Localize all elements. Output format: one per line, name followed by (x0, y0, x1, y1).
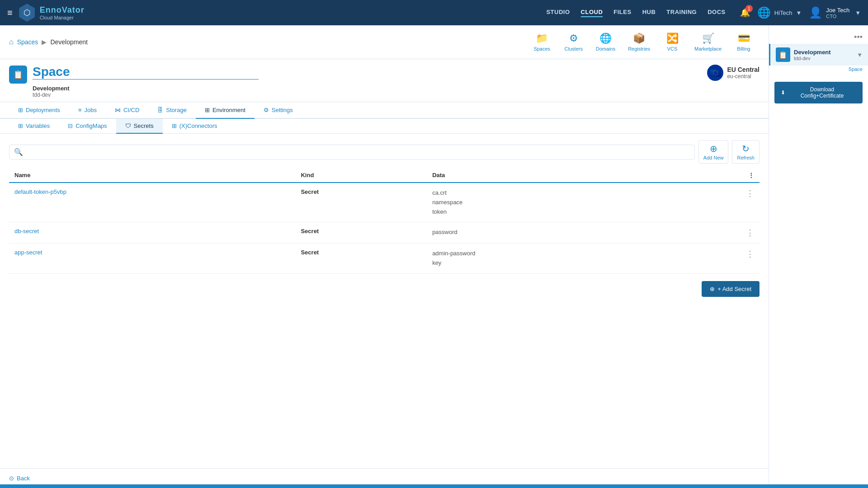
table-row: default-token-p5vbpSecretca.crtnamespace… (9, 183, 760, 222)
subtab-configmaps[interactable]: ⊟ ConfigMaps (59, 119, 116, 134)
sidebar-space-icon: 📋 (776, 47, 790, 62)
add-new-icon: ⊕ (710, 143, 717, 154)
icon-nav-domains-label: Domains (596, 46, 615, 52)
icon-nav-spaces[interactable]: 📁 Spaces (526, 30, 558, 54)
tab-jobs[interactable]: ≡ Jobs (69, 102, 106, 119)
settings-icon: ⚙ (264, 107, 269, 113)
secrets-icon: 🛡 (125, 122, 131, 129)
top-bar: ⌂ Spaces ▶ Development 📁 Spaces ⚙ Cluste… (0, 25, 769, 59)
space-title: Space (33, 65, 259, 79)
row-menu-button[interactable]: ⋮ (746, 228, 754, 237)
user-name: Joe Tech (826, 7, 849, 14)
sidebar-space-item[interactable]: 📋 Development tdd-dev ▼ (769, 44, 868, 66)
search-input[interactable] (27, 149, 690, 155)
table-toolbar: 🔍 ⊕ Add New ↻ Refresh (9, 140, 760, 164)
logo-title: EnnoVator (40, 5, 85, 15)
secret-name-link[interactable]: default-token-p5vbp (14, 188, 66, 195)
storage-icon: 🗄 (157, 107, 163, 113)
secrets-table: Name Kind Data ⋮ default-token-p5vbpSecr… (9, 168, 760, 274)
icon-nav-registries[interactable]: 📦 Registries (622, 30, 656, 54)
tab-environment[interactable]: ⊞ Environment (196, 102, 255, 119)
logo-icon: ⬡ (18, 4, 36, 22)
add-secret-icon: ⊕ (710, 286, 715, 292)
sidebar-space-type-label: Space (769, 66, 868, 73)
space-header: 📋 Space Development tdd-dev 🇪🇺 EU Centra… (0, 59, 769, 102)
registries-icon: 📦 (633, 33, 645, 44)
tab-storage[interactable]: 🗄 Storage (148, 102, 196, 119)
row-menu-button[interactable]: ⋮ (746, 249, 754, 258)
nav-studio[interactable]: STUDIO (546, 9, 570, 17)
cell-actions: ⋮ (673, 183, 760, 222)
add-secret-button[interactable]: ⊕ + Add Secret (702, 281, 760, 297)
jobs-icon: ≡ (78, 107, 82, 113)
icon-nav-clusters[interactable]: ⚙ Clusters (558, 30, 590, 54)
org-selector[interactable]: 🌐 HiTech ▼ (757, 6, 802, 19)
refresh-label: Refresh (737, 155, 755, 160)
cell-data: password (427, 222, 673, 244)
sidebar-right: ••• 📋 Development tdd-dev ▼ Space ⬇ Down… (769, 25, 868, 488)
breadcrumb-spaces[interactable]: Spaces (17, 38, 38, 46)
nav-right: 🔔 1 🌐 HiTech ▼ 👤 Joe Tech CTO ▼ (740, 6, 861, 19)
nav-training[interactable]: TRAINING (666, 9, 697, 17)
content-area: ⌂ Spaces ▶ Development 📁 Spaces ⚙ Cluste… (0, 25, 769, 488)
tab-cicd-label: CI/CD (123, 107, 139, 113)
space-icon: 📋 (9, 66, 27, 84)
breadcrumb-separator: ▶ (42, 38, 47, 46)
logo-area: ⬡ EnnoVator Cloud Manager (18, 4, 85, 22)
icon-nav-clusters-label: Clusters (565, 46, 583, 52)
cell-name: default-token-p5vbp (9, 183, 295, 222)
subtab-configmaps-label: ConfigMaps (75, 122, 107, 129)
marketplace-icon: 🛒 (702, 33, 714, 44)
icon-nav-vcs[interactable]: 🔀 VCS (656, 30, 688, 54)
eu-flag-icon: 🇪🇺 (707, 65, 723, 81)
tab-settings[interactable]: ⚙ Settings (255, 102, 302, 119)
subtab-variables-label: Variables (26, 122, 50, 129)
icon-nav-vcs-label: VCS (667, 46, 678, 52)
nav-hub[interactable]: HUB (642, 9, 656, 17)
subtab-variables[interactable]: ⊞ Variables (9, 119, 59, 134)
back-link[interactable]: ⊙ Back (9, 475, 760, 482)
nav-files[interactable]: FILES (613, 9, 631, 17)
subtab-nav: ⊞ Variables ⊟ ConfigMaps 🛡 Secrets ⊞ (X)… (0, 119, 769, 134)
variables-icon: ⊞ (18, 122, 23, 129)
col-actions: ⋮ (673, 168, 760, 183)
add-new-button[interactable]: ⊕ Add New (698, 140, 729, 164)
sidebar-chevron-icon[interactable]: ▼ (857, 52, 863, 58)
row-menu-button[interactable]: ⋮ (746, 189, 754, 198)
icon-nav-marketplace-label: Marketplace (694, 46, 722, 52)
subtab-xconnectors[interactable]: ⊞ (X)Connectors (163, 119, 226, 134)
user-role: CTO (826, 14, 849, 19)
subtab-secrets-label: Secrets (134, 122, 154, 129)
col-kind: Kind (295, 168, 427, 183)
table-area: 🔍 ⊕ Add New ↻ Refresh Name Kind (0, 134, 769, 468)
subtab-secrets[interactable]: 🛡 Secrets (116, 119, 163, 134)
refresh-button[interactable]: ↻ Refresh (732, 140, 760, 164)
cell-actions: ⋮ (673, 244, 760, 274)
add-secret-label: + Add Secret (717, 286, 751, 292)
cell-data: admin-passwordkey (427, 244, 673, 274)
notification-bell[interactable]: 🔔 1 (740, 8, 750, 18)
tab-deployments[interactable]: ⊞ Deployments (9, 102, 69, 119)
icon-nav-marketplace[interactable]: 🛒 Marketplace (688, 30, 728, 54)
org-name: HiTech (774, 9, 793, 16)
breadcrumb-home[interactable]: ⌂ (9, 38, 14, 46)
sidebar-more-button[interactable]: ••• (769, 31, 868, 44)
nav-docs[interactable]: DOCS (708, 9, 726, 17)
secret-name-link[interactable]: app-secret (14, 249, 42, 256)
user-menu[interactable]: 👤 Joe Tech CTO ▼ (809, 6, 861, 19)
nav-links: STUDIO CLOUD FILES HUB TRAINING DOCS (546, 9, 725, 17)
download-config-button[interactable]: ⬇ Download Config+Certificate (774, 82, 863, 103)
icon-nav-domains[interactable]: 🌐 Domains (590, 30, 622, 54)
back-icon: ⊙ (9, 475, 14, 482)
search-icon: 🔍 (14, 148, 23, 156)
icon-nav-billing[interactable]: 💳 Billing (728, 30, 760, 54)
vcs-icon: 🔀 (666, 33, 679, 44)
icon-nav-billing-label: Billing (737, 46, 750, 52)
sidebar-space-id: tdd-dev (794, 56, 831, 61)
search-box[interactable]: 🔍 (9, 145, 695, 160)
col-actions-icon[interactable]: ⋮ (748, 172, 754, 178)
nav-cloud[interactable]: CLOUD (581, 9, 603, 17)
hamburger-menu[interactable]: ≡ (7, 8, 13, 18)
tab-cicd[interactable]: ⋈ CI/CD (106, 102, 148, 119)
secret-name-link[interactable]: db-secret (14, 228, 39, 235)
